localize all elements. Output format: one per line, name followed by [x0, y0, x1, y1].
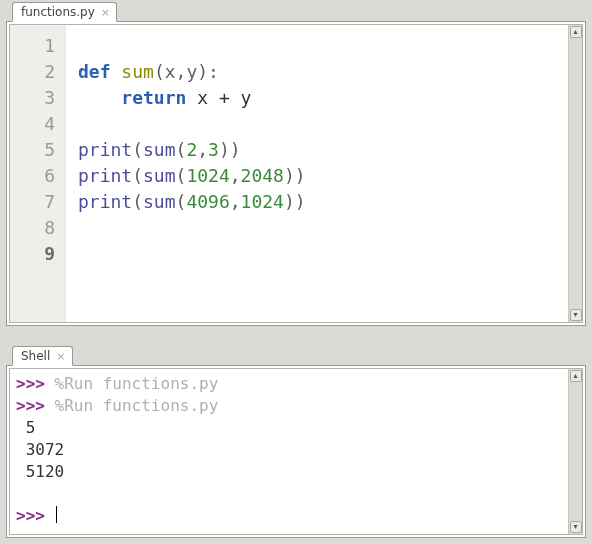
scroll-up-icon[interactable]: ▴	[570, 26, 582, 38]
tab-functions[interactable]: functions.py ×	[12, 2, 117, 22]
lineno: 4	[10, 111, 65, 137]
num: 1024	[186, 165, 229, 186]
lineno: 3	[10, 85, 65, 111]
shell-run-cmd: %Run functions.py	[45, 374, 218, 393]
shell-run-cmd: %Run functions.py	[45, 396, 218, 415]
num: 3	[208, 139, 219, 160]
code-area[interactable]: def sum(x,y): return x + y print(sum(2,3…	[66, 25, 568, 322]
prompt: >>>	[16, 374, 45, 393]
prompt: >>>	[16, 396, 45, 415]
num: 1024	[241, 191, 284, 212]
func-name: sum	[121, 61, 154, 82]
prompt: >>>	[16, 506, 45, 525]
scroll-track[interactable]	[570, 38, 582, 309]
lineno: 5	[10, 137, 65, 163]
lineno: 7	[10, 189, 65, 215]
kw-def: def	[78, 61, 111, 82]
editor-frame: 1 2 3 4 5 6 7 8 9 def sum(x,y): return x…	[6, 22, 586, 326]
shell-inner: >>> %Run functions.py >>> %Run functions…	[9, 368, 583, 535]
shell-output: 5	[16, 418, 35, 437]
lineno: 6	[10, 163, 65, 189]
cursor-icon	[56, 506, 57, 523]
shell-output: 5120	[16, 462, 64, 481]
lineno-current: 9	[10, 241, 65, 267]
lineno: 8	[10, 215, 65, 241]
editor-tabrow: functions.py ×	[6, 0, 586, 22]
call-sum: sum	[143, 165, 176, 186]
lineno: 2	[10, 59, 65, 85]
kw-return: return	[121, 87, 186, 108]
num: 4096	[186, 191, 229, 212]
call-print: print	[78, 165, 132, 186]
tab-shell[interactable]: Shell ×	[12, 346, 73, 366]
shell-frame: >>> %Run functions.py >>> %Run functions…	[6, 366, 586, 538]
shell-panel: Shell × >>> %Run functions.py >>> %Run f…	[6, 344, 586, 538]
editor-panel: functions.py × 1 2 3 4 5 6 7 8 9 def sum…	[6, 0, 586, 326]
shell-output: 3072	[16, 440, 64, 459]
call-sum: sum	[143, 139, 176, 160]
scroll-up-icon[interactable]: ▴	[570, 370, 582, 382]
num: 2048	[241, 165, 284, 186]
expr: x + y	[186, 87, 251, 108]
editor-gutter: 1 2 3 4 5 6 7 8 9	[10, 25, 66, 322]
editor-inner: 1 2 3 4 5 6 7 8 9 def sum(x,y): return x…	[9, 24, 583, 323]
shell-tabrow: Shell ×	[6, 344, 586, 366]
scroll-down-icon[interactable]: ▾	[570, 309, 582, 321]
scroll-down-icon[interactable]: ▾	[570, 521, 582, 533]
params: (x,y):	[154, 61, 219, 82]
shell-area[interactable]: >>> %Run functions.py >>> %Run functions…	[10, 369, 568, 534]
call-print: print	[78, 139, 132, 160]
call-print: print	[78, 191, 132, 212]
close-icon[interactable]: ×	[101, 7, 110, 18]
lineno: 1	[10, 33, 65, 59]
scroll-track[interactable]	[570, 382, 582, 521]
shell-scrollbar[interactable]: ▴ ▾	[568, 369, 582, 534]
call-sum: sum	[143, 191, 176, 212]
close-icon[interactable]: ×	[56, 351, 65, 362]
tab-label: Shell	[21, 349, 50, 363]
tab-label: functions.py	[21, 5, 95, 19]
editor-scrollbar[interactable]: ▴ ▾	[568, 25, 582, 322]
num: 2	[186, 139, 197, 160]
